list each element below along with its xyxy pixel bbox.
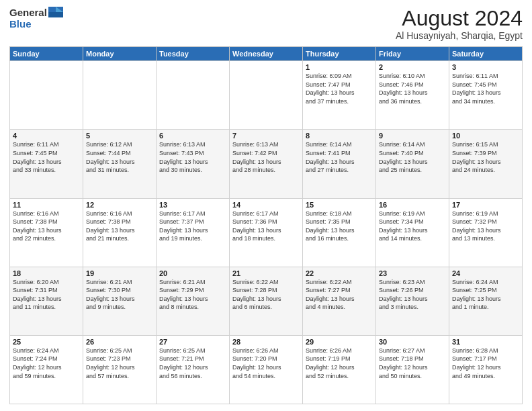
table-row: 21Sunrise: 6:22 AM Sunset: 7:28 PM Dayli…: [230, 267, 303, 335]
day-info: Sunrise: 6:16 AM Sunset: 7:38 PM Dayligh…: [86, 210, 153, 243]
day-info: Sunrise: 6:28 AM Sunset: 7:17 PM Dayligh…: [452, 347, 519, 380]
table-row: 6Sunrise: 6:13 AM Sunset: 7:43 PM Daylig…: [157, 130, 230, 198]
table-row: 28Sunrise: 6:26 AM Sunset: 7:20 PM Dayli…: [230, 335, 303, 404]
day-number: 26: [86, 338, 153, 346]
table-row: [230, 61, 303, 130]
day-info: Sunrise: 6:24 AM Sunset: 7:25 PM Dayligh…: [452, 278, 519, 312]
col-friday: Friday: [376, 47, 449, 61]
table-row: 14Sunrise: 6:17 AM Sunset: 7:36 PM Dayli…: [230, 198, 303, 267]
day-number: 20: [159, 269, 226, 277]
day-number: 8: [306, 132, 373, 140]
calendar-week-row: 4Sunrise: 6:11 AM Sunset: 7:45 PM Daylig…: [10, 130, 523, 198]
table-row: 23Sunrise: 6:23 AM Sunset: 7:26 PM Dayli…: [376, 267, 449, 335]
day-number: 30: [379, 338, 446, 346]
day-info: Sunrise: 6:24 AM Sunset: 7:24 PM Dayligh…: [13, 347, 80, 380]
table-row: [157, 61, 230, 130]
calendar-week-row: 18Sunrise: 6:20 AM Sunset: 7:31 PM Dayli…: [10, 267, 523, 335]
col-sunday: Sunday: [10, 47, 83, 61]
day-info: Sunrise: 6:25 AM Sunset: 7:23 PM Dayligh…: [86, 347, 153, 380]
table-row: 17Sunrise: 6:19 AM Sunset: 7:32 PM Dayli…: [449, 198, 523, 267]
logo-blue-text: Blue: [9, 18, 32, 30]
day-info: Sunrise: 6:17 AM Sunset: 7:37 PM Dayligh…: [159, 210, 226, 243]
day-number: 18: [13, 269, 80, 277]
day-number: 14: [232, 201, 300, 209]
table-row: 30Sunrise: 6:27 AM Sunset: 7:18 PM Dayli…: [376, 335, 449, 404]
day-number: 3: [452, 63, 519, 71]
title-month: August 2024: [396, 7, 523, 30]
table-row: 15Sunrise: 6:18 AM Sunset: 7:35 PM Dayli…: [303, 198, 376, 267]
table-row: 18Sunrise: 6:20 AM Sunset: 7:31 PM Dayli…: [10, 267, 83, 335]
day-number: 2: [379, 63, 446, 71]
table-row: 29Sunrise: 6:26 AM Sunset: 7:19 PM Dayli…: [303, 335, 376, 404]
day-info: Sunrise: 6:16 AM Sunset: 7:38 PM Dayligh…: [13, 210, 80, 243]
day-number: 27: [159, 338, 226, 346]
day-info: Sunrise: 6:19 AM Sunset: 7:32 PM Dayligh…: [452, 210, 519, 243]
day-number: 5: [86, 132, 153, 140]
day-number: 17: [452, 201, 519, 209]
day-info: Sunrise: 6:12 AM Sunset: 7:44 PM Dayligh…: [86, 140, 153, 174]
day-number: 22: [306, 269, 373, 277]
table-row: 26Sunrise: 6:25 AM Sunset: 7:23 PM Dayli…: [83, 335, 157, 404]
day-number: 16: [379, 201, 446, 209]
table-row: [83, 61, 157, 130]
day-info: Sunrise: 6:19 AM Sunset: 7:34 PM Dayligh…: [379, 210, 446, 243]
day-info: Sunrise: 6:18 AM Sunset: 7:35 PM Dayligh…: [306, 210, 373, 243]
calendar-week-row: 1Sunrise: 6:09 AM Sunset: 7:47 PM Daylig…: [10, 61, 523, 130]
table-row: 9Sunrise: 6:14 AM Sunset: 7:40 PM Daylig…: [376, 130, 449, 198]
day-info: Sunrise: 6:13 AM Sunset: 7:43 PM Dayligh…: [159, 140, 226, 174]
day-info: Sunrise: 6:17 AM Sunset: 7:36 PM Dayligh…: [232, 210, 300, 243]
day-number: 6: [159, 132, 226, 140]
table-row: 2Sunrise: 6:10 AM Sunset: 7:46 PM Daylig…: [376, 61, 449, 130]
day-info: Sunrise: 6:26 AM Sunset: 7:19 PM Dayligh…: [306, 347, 373, 380]
day-number: 13: [159, 201, 226, 209]
col-wednesday: Wednesday: [230, 47, 303, 61]
table-row: 11Sunrise: 6:16 AM Sunset: 7:38 PM Dayli…: [10, 198, 83, 267]
header: General Blue August 2024 Al Husayniyah, …: [9, 7, 523, 41]
table-row: 1Sunrise: 6:09 AM Sunset: 7:47 PM Daylig…: [303, 61, 376, 130]
table-row: 25Sunrise: 6:24 AM Sunset: 7:24 PM Dayli…: [10, 335, 83, 404]
col-thursday: Thursday: [303, 47, 376, 61]
day-info: Sunrise: 6:09 AM Sunset: 7:47 PM Dayligh…: [306, 72, 373, 105]
table-row: 4Sunrise: 6:11 AM Sunset: 7:45 PM Daylig…: [10, 130, 83, 198]
col-monday: Monday: [83, 47, 157, 61]
day-info: Sunrise: 6:26 AM Sunset: 7:20 PM Dayligh…: [232, 347, 300, 380]
day-number: 7: [232, 132, 300, 140]
table-row: 27Sunrise: 6:25 AM Sunset: 7:21 PM Dayli…: [157, 335, 230, 404]
day-number: 4: [13, 132, 80, 140]
day-number: 28: [232, 338, 300, 346]
day-number: 11: [13, 201, 80, 209]
day-info: Sunrise: 6:13 AM Sunset: 7:42 PM Dayligh…: [232, 140, 300, 174]
calendar-table: Sunday Monday Tuesday Wednesday Thursday…: [9, 46, 523, 404]
day-info: Sunrise: 6:15 AM Sunset: 7:39 PM Dayligh…: [452, 140, 519, 174]
day-number: 1: [306, 63, 373, 71]
day-number: 29: [306, 338, 373, 346]
day-number: 24: [452, 269, 519, 277]
table-row: 24Sunrise: 6:24 AM Sunset: 7:25 PM Dayli…: [449, 267, 523, 335]
calendar-week-row: 11Sunrise: 6:16 AM Sunset: 7:38 PM Dayli…: [10, 198, 523, 267]
calendar-header-row: Sunday Monday Tuesday Wednesday Thursday…: [10, 47, 523, 61]
table-row: 20Sunrise: 6:21 AM Sunset: 7:29 PM Dayli…: [157, 267, 230, 335]
day-number: 31: [452, 338, 519, 346]
day-info: Sunrise: 6:27 AM Sunset: 7:18 PM Dayligh…: [379, 347, 446, 380]
table-row: 22Sunrise: 6:22 AM Sunset: 7:27 PM Dayli…: [303, 267, 376, 335]
day-info: Sunrise: 6:10 AM Sunset: 7:46 PM Dayligh…: [379, 72, 446, 105]
table-row: 7Sunrise: 6:13 AM Sunset: 7:42 PM Daylig…: [230, 130, 303, 198]
table-row: 16Sunrise: 6:19 AM Sunset: 7:34 PM Dayli…: [376, 198, 449, 267]
title-location: Al Husayniyah, Sharqia, Egypt: [396, 30, 523, 41]
table-row: 31Sunrise: 6:28 AM Sunset: 7:17 PM Dayli…: [449, 335, 523, 404]
logo-flag-icon: [48, 7, 63, 17]
day-number: 15: [306, 201, 373, 209]
col-tuesday: Tuesday: [157, 47, 230, 61]
calendar-week-row: 25Sunrise: 6:24 AM Sunset: 7:24 PM Dayli…: [10, 335, 523, 404]
day-info: Sunrise: 6:23 AM Sunset: 7:26 PM Dayligh…: [379, 278, 446, 312]
table-row: 10Sunrise: 6:15 AM Sunset: 7:39 PM Dayli…: [449, 130, 523, 198]
logo: General Blue: [9, 7, 63, 30]
page: General Blue August 2024 Al Husayniyah, …: [0, 0, 532, 411]
day-number: 23: [379, 269, 446, 277]
table-row: 8Sunrise: 6:14 AM Sunset: 7:41 PM Daylig…: [303, 130, 376, 198]
table-row: 5Sunrise: 6:12 AM Sunset: 7:44 PM Daylig…: [83, 130, 157, 198]
table-row: [10, 61, 83, 130]
table-row: 13Sunrise: 6:17 AM Sunset: 7:37 PM Dayli…: [157, 198, 230, 267]
day-number: 9: [379, 132, 446, 140]
svg-marker-1: [48, 12, 63, 17]
